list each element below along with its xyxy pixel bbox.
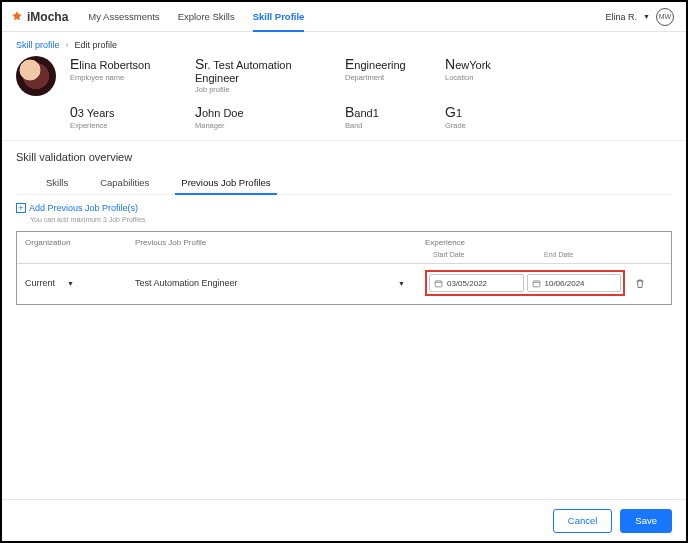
profile-field-value: Elina Robertson: [70, 56, 185, 72]
table-row: Current ▼ Test Automation Engineer ▼ 03/…: [17, 263, 671, 304]
trash-icon: [634, 277, 646, 290]
brand-logo: iMocha: [10, 10, 68, 24]
tab-skills[interactable]: Skills: [44, 171, 70, 194]
profile-field-label: Location: [445, 73, 525, 82]
plus-icon: +: [16, 203, 26, 213]
profile-field: EngineeringDepartment: [345, 56, 435, 94]
tabs: Skills Capabilities Previous Job Profile…: [16, 171, 672, 195]
date-range-highlight: 03/05/2022 10/06/2024: [425, 270, 625, 296]
end-date-input[interactable]: 10/06/2024: [527, 274, 622, 292]
profile-field: Band1Band: [345, 104, 435, 130]
profile-field: John DoeManager: [195, 104, 335, 130]
chevron-down-icon: ▼: [643, 13, 650, 20]
section-title: Skill validation overview: [16, 151, 672, 163]
svg-rect-0: [435, 280, 442, 286]
profile-field: G1Grade: [445, 104, 525, 130]
profile-field-value: 03 Years: [70, 104, 185, 120]
brand-text: iMocha: [27, 10, 68, 24]
col-previous-job: Previous Job Profile: [135, 238, 425, 247]
chevron-down-icon[interactable]: ▼: [67, 280, 74, 287]
profile-field-label: Department: [345, 73, 435, 82]
start-date-input[interactable]: 03/05/2022: [429, 274, 524, 292]
chevron-down-icon[interactable]: ▼: [398, 280, 405, 287]
profile-field-value: G1: [445, 104, 525, 120]
col-experience: Experience: [425, 238, 625, 247]
profile-field: 03 YearsExperience: [70, 104, 185, 130]
col-end-date: End Date: [544, 251, 625, 258]
top-nav: iMocha My Assessments Explore Skills Ski…: [2, 2, 686, 32]
profile-field: Elina RobertsonEmployee name: [70, 56, 185, 94]
delete-row-button[interactable]: [625, 277, 655, 290]
profile-field-value: NewYork: [445, 56, 525, 72]
profile-field: Sr. Test Automation EngineerJob profile: [195, 56, 335, 94]
profile-header: Elina RobertsonEmployee nameSr. Test Aut…: [16, 56, 672, 130]
svg-rect-1: [533, 280, 540, 286]
org-select[interactable]: Current: [25, 278, 55, 288]
profile-field-value: John Doe: [195, 104, 335, 120]
user-menu[interactable]: Elina R. ▼ MW: [606, 8, 674, 26]
cancel-button[interactable]: Cancel: [553, 509, 613, 533]
breadcrumb: Skill profile › Edit profile: [16, 40, 672, 50]
previous-jobs-table: Organization Previous Job Profile Experi…: [16, 231, 672, 305]
tab-capabilities[interactable]: Capabilities: [98, 171, 151, 194]
profile-field: NewYorkLocation: [445, 56, 525, 94]
profile-field-value: Engineering: [345, 56, 435, 72]
calendar-icon: [434, 279, 443, 288]
profile-field-value: Band1: [345, 104, 435, 120]
tab-previous-job-profiles[interactable]: Previous Job Profiles: [179, 171, 272, 194]
avatar: MW: [656, 8, 674, 26]
calendar-icon: [532, 279, 541, 288]
user-name: Elina R.: [606, 12, 638, 22]
col-start-date: Start Date: [433, 251, 514, 258]
nav-explore-skills[interactable]: Explore Skills: [178, 2, 235, 31]
chevron-right-icon: ›: [66, 40, 69, 50]
nav-my-assessments[interactable]: My Assessments: [88, 2, 159, 31]
profile-field-label: Job profile: [195, 85, 335, 94]
profile-field-label: Manager: [195, 121, 335, 130]
profile-photo: [16, 56, 56, 96]
profile-field-label: Grade: [445, 121, 525, 130]
breadcrumb-parent[interactable]: Skill profile: [16, 40, 60, 50]
col-organization: Organization: [25, 238, 135, 247]
footer: Cancel Save: [2, 499, 686, 541]
profile-field-label: Employee name: [70, 73, 185, 82]
add-previous-job-profile-button[interactable]: + Add Previous Job Profile(s): [16, 203, 138, 213]
profile-field-label: Experience: [70, 121, 185, 130]
add-hint: You can add maximum 3 Job Profiles: [16, 216, 672, 223]
brand-icon: [10, 10, 24, 24]
breadcrumb-current: Edit profile: [75, 40, 118, 50]
nav-skill-profile[interactable]: Skill Profile: [253, 2, 305, 31]
nav-links: My Assessments Explore Skills Skill Prof…: [88, 2, 304, 31]
save-button[interactable]: Save: [620, 509, 672, 533]
profile-field-value: Sr. Test Automation Engineer: [195, 56, 335, 84]
job-select[interactable]: Test Automation Engineer: [135, 278, 238, 288]
profile-field-label: Band: [345, 121, 435, 130]
